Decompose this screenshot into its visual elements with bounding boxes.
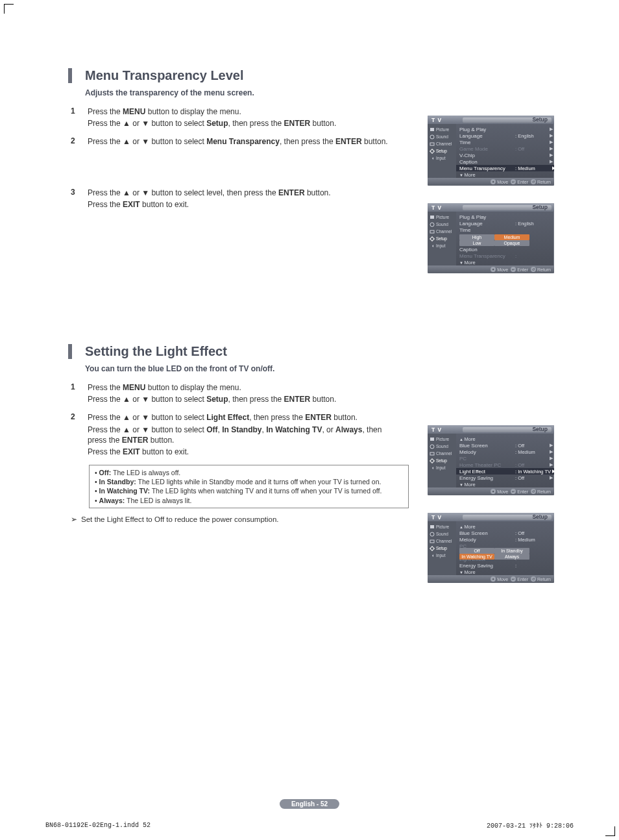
step-text: Press the ▲ or ▼ button to select Menu T… [88,136,395,148]
osd-row: Game Mode: Off▶ [459,145,552,152]
svg-rect-8 [430,438,434,441]
osd-screenshot-1: T VSetup PictureSoundChannelSetupInputPl… [428,116,554,186]
osd-side-item: Channel [428,140,456,147]
osd-side-item: Input [428,242,456,249]
osd-footer: ✦Move ↵Enter ↺Return [428,488,554,495]
svg-rect-14 [430,540,434,543]
osd-side-item: Setup [428,545,456,552]
step: 3Press the ▲ or ▼ button to select level… [71,188,395,211]
osd-row: Time▶ [459,139,552,145]
step-number: 3 [71,188,88,211]
osd-titlebar: T VSetup [428,513,554,521]
osd-sidebar: PictureSoundChannelSetupInput [428,212,456,266]
svg-point-7 [431,237,434,240]
osd-sidebar: PictureSoundChannelSetupInput [428,124,456,178]
osd-footer: ✦Move ↵Enter ↺Return [428,575,554,583]
osd-screenshot-3: T VSetup PictureSoundChannelSetupInputMo… [428,425,554,495]
step-text: Press the ▲ or ▼ button to select level,… [88,188,395,211]
section-light-effect: Setting the Light Effect [68,344,561,359]
svg-point-3 [431,149,434,153]
osd-option: Low [459,240,494,246]
section-title: Setting the Light Effect [85,344,561,359]
osd-footer: ✦Move ↵Enter ↺Return [428,178,554,186]
osd-row: Caption [459,246,552,253]
section-subtitle: Adjusts the transparency of the menu scr… [85,88,561,97]
osd-side-item: Input [428,154,456,162]
step-number: 1 [71,106,88,130]
section-title: Menu Transparency Level [85,68,561,83]
osd-option: In Standby [494,548,529,554]
osd-option: In Watching TV [459,554,494,560]
svg-rect-0 [430,128,434,131]
osd-option: Always [494,554,529,560]
osd-screenshot-4: T VSetup PictureSoundChannelSetupInputMo… [428,513,554,583]
svg-point-15 [431,547,434,550]
svg-point-13 [430,532,434,536]
svg-point-11 [431,459,434,462]
step: 1Press the MENU button to display the me… [71,382,395,406]
step-number: 2 [71,412,88,458]
step-text: Press the ▲ or ▼ button to select Light … [88,412,395,458]
step-number: 1 [71,382,88,406]
svg-point-5 [430,223,434,227]
osd-side-item: Picture [428,523,456,530]
osd-row: Light Effect: In Watching TV▶ [456,468,554,475]
osd-side-item: Picture [428,126,456,133]
step-number: 2 [71,136,88,148]
footer-left: BN68-01192E-02Eng-1.indd 52 [45,822,151,830]
osd-row: Language: English▶ [459,132,552,139]
osd-option: Opaque [494,240,529,246]
svg-rect-10 [430,452,434,455]
section-transparency: Menu Transparency Level [68,68,561,83]
svg-point-1 [430,135,434,139]
osd-row: Plug & Play [459,214,552,220]
osd-row: V-Chip▶ [459,152,552,158]
osd-row: Time [459,227,552,233]
svg-point-9 [430,445,434,449]
print-footer: BN68-01192E-02Eng-1.indd 52 2007-03-21 ｿ… [45,822,574,830]
svg-rect-12 [430,525,434,528]
osd-titlebar: T VSetup [428,425,554,434]
osd-side-item: Channel [428,228,456,235]
osd-side-item: Sound [428,221,456,228]
osd-option: Medium [494,234,529,240]
osd-side-item: Sound [428,133,456,140]
osd-titlebar: T VSetup [428,203,554,212]
osd-side-item: Channel [428,450,456,457]
osd-sidebar: PictureSoundChannelSetupInput [428,521,456,575]
osd-option: Off [459,548,494,554]
osd-side-item: Sound [428,530,456,537]
osd-side-item: Sound [428,443,456,450]
step: 1Press the MENU button to display the me… [71,106,395,130]
osd-row: Language: English [459,220,552,227]
osd-row: Menu Transparency: [459,253,552,259]
svg-rect-6 [430,230,434,233]
osd-row: Plug & Play▶ [459,126,552,132]
osd-side-item: Setup [428,147,456,154]
footer-right: 2007-03-21 ｿﾀﾈﾄ 9:28:06 [487,822,574,830]
osd-side-item: Picture [428,436,456,443]
osd-row: Melody: Medium▶ [459,449,552,455]
osd-side-item: Input [428,464,456,471]
osd-titlebar: T VSetup [428,116,554,124]
osd-sidebar: PictureSoundChannelSetupInput [428,434,456,488]
osd-row: Home Theater PC: Off▶ [459,462,552,468]
osd-option: High [459,234,494,240]
osd-side-item: Picture [428,214,456,221]
osd-side-item: Input [428,552,456,559]
osd-row: Melody: Medium [459,536,552,543]
svg-rect-2 [430,143,434,145]
svg-rect-4 [430,216,434,219]
osd-row: Caption▶ [459,158,552,165]
osd-row: Menu Transparency: Medium▶ [456,165,554,171]
step: 2Press the ▲ or ▼ button to select Light… [71,412,395,458]
osd-row: Energy Saving: [459,562,552,569]
step-text: Press the MENU button to display the men… [88,106,395,130]
note-box: • Off: The LED is always off.• In Standb… [89,465,409,508]
step-text: Press the MENU button to display the men… [88,382,395,406]
osd-side-item: Setup [428,457,456,464]
osd-row: PC▶ [459,455,552,462]
osd-side-item: Setup [428,235,456,242]
section-subtitle: You can turn the blue LED on the front o… [85,364,561,373]
page-number-badge: English - 52 [280,799,339,809]
